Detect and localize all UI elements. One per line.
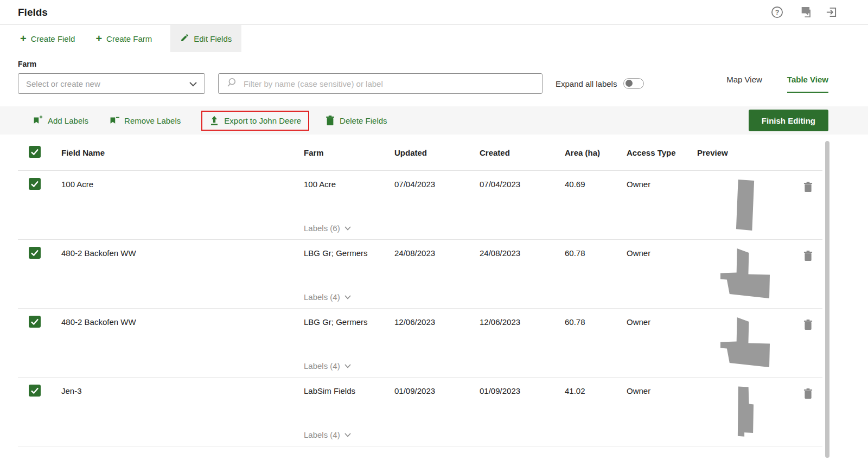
highlight-annotation-box: Export to John Deere bbox=[201, 111, 309, 131]
plus-icon: + bbox=[95, 33, 102, 44]
field-preview bbox=[697, 380, 793, 444]
exit-logout-icon[interactable] bbox=[825, 6, 838, 18]
field-shape-icon bbox=[737, 386, 754, 438]
feedback-chat-icon[interactable] bbox=[797, 6, 811, 18]
column-header[interactable]: Farm bbox=[304, 148, 394, 157]
page-title: Fields bbox=[18, 7, 48, 18]
field-shape-icon bbox=[735, 178, 756, 233]
access-type: Owner bbox=[627, 171, 697, 189]
toolbar: + Create Field + Create Farm Edit Fields bbox=[0, 25, 868, 52]
filters-row: Select or create new Expand all labels M… bbox=[0, 73, 868, 94]
export-to-john-deere-button[interactable]: Export to John Deere bbox=[209, 116, 301, 126]
chevron-down-icon bbox=[344, 364, 351, 368]
expand-all-labels-label: Expand all labels bbox=[556, 79, 617, 88]
area-value: 41.02 bbox=[565, 378, 627, 395]
field-shape-icon bbox=[720, 248, 770, 300]
column-header[interactable]: Field Name bbox=[61, 148, 304, 157]
farm-label: Farm bbox=[18, 60, 868, 68]
field-name: 480-2 Backofen WW bbox=[61, 240, 304, 258]
table-row: 100 Acre 100 Acre 07/04/2023 07/04/2023 … bbox=[18, 171, 822, 240]
trash-icon bbox=[326, 116, 335, 126]
upload-icon bbox=[209, 116, 219, 126]
column-header[interactable]: Area (ha) bbox=[565, 148, 627, 157]
area-value: 60.78 bbox=[565, 309, 627, 327]
column-header[interactable]: Created bbox=[480, 148, 565, 157]
vertical-scrollbar[interactable] bbox=[825, 141, 829, 458]
row-checkbox[interactable] bbox=[28, 246, 41, 259]
created-date: 24/08/2023 bbox=[480, 240, 565, 258]
delete-row-icon[interactable] bbox=[803, 251, 813, 261]
field-shape-icon bbox=[720, 317, 770, 369]
pencil-icon bbox=[180, 33, 189, 44]
delete-row-icon[interactable] bbox=[803, 320, 813, 330]
search-icon bbox=[226, 77, 237, 90]
tab-map-view[interactable]: Map View bbox=[726, 75, 762, 93]
column-header[interactable]: Preview bbox=[697, 148, 793, 157]
finish-editing-button[interactable]: Finish Editing bbox=[749, 110, 828, 131]
svg-text:?: ? bbox=[775, 9, 780, 16]
create-farm-button[interactable]: + Create Farm bbox=[93, 25, 154, 52]
created-date: 07/04/2023 bbox=[480, 171, 565, 189]
farm-name: LBG Gr; Germers bbox=[304, 309, 394, 327]
updated-date: 07/04/2023 bbox=[394, 171, 480, 189]
created-date: 12/06/2023 bbox=[480, 309, 565, 327]
delete-fields-button[interactable]: Delete Fields bbox=[326, 116, 387, 126]
chevron-down-icon bbox=[344, 433, 351, 437]
delete-row-icon[interactable] bbox=[803, 182, 813, 193]
create-field-button[interactable]: + Create Field bbox=[18, 25, 77, 52]
labels-expander[interactable]: Labels (6) bbox=[304, 223, 351, 233]
updated-date: 24/08/2023 bbox=[394, 240, 480, 258]
plus-icon: + bbox=[20, 33, 27, 44]
area-value: 40.69 bbox=[565, 171, 627, 189]
add-labels-button[interactable]: Add Labels bbox=[33, 116, 88, 126]
row-checkbox[interactable] bbox=[28, 384, 41, 397]
labels-expander[interactable]: Labels (4) bbox=[304, 292, 351, 302]
field-preview bbox=[697, 173, 793, 238]
table-row: 480-2 Backofen WW LBG Gr; Germers 24/08/… bbox=[18, 240, 822, 309]
created-date: 01/09/2023 bbox=[480, 378, 565, 395]
filter-input[interactable] bbox=[244, 79, 534, 88]
tag-minus-icon bbox=[109, 116, 119, 126]
delete-row-icon[interactable] bbox=[803, 388, 813, 399]
chevron-down-icon bbox=[344, 295, 351, 299]
row-checkbox[interactable] bbox=[28, 177, 41, 190]
labels-expander[interactable]: Labels (4) bbox=[304, 430, 351, 439]
help-icon[interactable]: ? bbox=[771, 6, 783, 18]
row-checkbox[interactable] bbox=[28, 315, 41, 328]
field-name: 100 Acre bbox=[61, 171, 304, 189]
table-row: 480-2 Backofen WW LBG Gr; Germers 12/06/… bbox=[18, 309, 822, 378]
farm-name: LBG Gr; Germers bbox=[304, 240, 394, 258]
labels-expander[interactable]: Labels (4) bbox=[304, 361, 351, 370]
toggle-knob bbox=[626, 80, 633, 87]
expand-all-labels-toggle[interactable] bbox=[623, 78, 644, 89]
fields-table: Field Name Farm Updated Created Area (ha… bbox=[18, 135, 822, 446]
tag-plus-icon bbox=[33, 116, 43, 126]
top-bar: Fields ? bbox=[0, 0, 868, 25]
action-bar: Add Labels Remove Labels Export to John … bbox=[0, 106, 868, 135]
tab-table-view[interactable]: Table View bbox=[787, 75, 828, 93]
field-name: 480-2 Backofen WW bbox=[61, 309, 304, 327]
field-name: Jen-3 bbox=[61, 378, 304, 395]
column-header[interactable]: Updated bbox=[394, 148, 480, 157]
table-header: Field Name Farm Updated Created Area (ha… bbox=[18, 135, 822, 171]
updated-date: 01/09/2023 bbox=[394, 378, 480, 395]
access-type: Owner bbox=[627, 309, 697, 327]
field-preview bbox=[697, 242, 793, 306]
filter-search-box[interactable] bbox=[218, 73, 542, 94]
updated-date: 12/06/2023 bbox=[394, 309, 480, 327]
select-all-checkbox[interactable] bbox=[28, 145, 41, 158]
farm-name: 100 Acre bbox=[304, 171, 394, 189]
area-value: 60.78 bbox=[565, 240, 627, 258]
chevron-down-icon bbox=[189, 79, 197, 88]
field-preview bbox=[697, 311, 793, 375]
access-type: Owner bbox=[627, 378, 697, 395]
access-type: Owner bbox=[627, 240, 697, 258]
farm-select[interactable]: Select or create new bbox=[18, 73, 205, 94]
edit-fields-button[interactable]: Edit Fields bbox=[170, 25, 241, 52]
farm-name: LabSim Fields bbox=[304, 378, 394, 395]
remove-labels-button[interactable]: Remove Labels bbox=[109, 116, 181, 126]
column-header[interactable]: Access Type bbox=[627, 148, 697, 157]
chevron-down-icon bbox=[344, 226, 351, 231]
table-row: Jen-3 LabSim Fields 01/09/2023 01/09/202… bbox=[18, 378, 822, 446]
